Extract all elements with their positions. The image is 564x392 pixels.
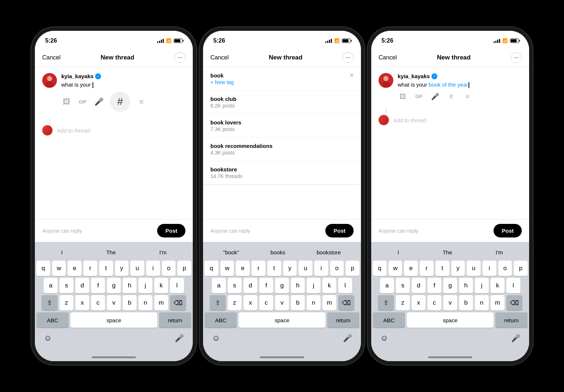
mic-icon[interactable]: 🎤 [94,97,104,107]
suggestion-1[interactable]: The [440,248,455,257]
key-h[interactable]: h [459,278,473,293]
key-h[interactable]: h [291,278,305,293]
key-v[interactable]: v [443,295,457,311]
key-g[interactable]: g [443,278,457,293]
key-l[interactable]: l [170,278,184,293]
key-s[interactable]: s [228,278,242,293]
key-abc[interactable]: ABC [205,312,237,328]
key-e[interactable]: e [236,261,250,276]
key-p[interactable]: p [346,261,359,276]
key-x[interactable]: x [412,295,426,311]
suggestion-2[interactable]: I'm [493,248,506,257]
hashtag-icon[interactable]: # [110,91,130,112]
key-s[interactable]: s [396,278,410,293]
menu-icon[interactable]: ≡ [136,97,147,107]
key-d[interactable]: d [412,278,426,293]
key-u[interactable]: u [299,261,312,276]
key-w[interactable]: w [52,261,66,276]
key-q[interactable]: q [36,261,50,276]
post-text[interactable]: what is your [61,81,185,88]
menu-icon[interactable]: ≡ [462,91,473,102]
more-button[interactable]: ··· [343,52,354,63]
key-p[interactable]: p [177,261,191,276]
cancel-button[interactable]: Cancel [210,54,229,61]
key-w[interactable]: w [220,261,234,276]
key-m[interactable]: m [491,295,505,311]
more-button[interactable]: ··· [511,52,522,63]
key-m[interactable]: m [322,295,336,311]
add-to-thread-label[interactable]: Add to thread [393,117,426,123]
key-p[interactable]: p [514,261,528,276]
key-a[interactable]: a [44,278,58,293]
keyboard-mic-icon[interactable]: 🎤 [508,332,523,344]
key-y[interactable]: y [283,261,297,276]
key-e[interactable]: e [404,261,418,276]
key-n[interactable]: n [475,295,489,311]
post-button[interactable]: Post [157,224,185,237]
key-o[interactable]: o [498,261,512,276]
key-b[interactable]: b [459,295,473,311]
key-k[interactable]: k [154,278,168,293]
key-backspace[interactable]: ⌫ [170,295,186,311]
key-i[interactable]: i [314,261,328,276]
dropdown-item-3[interactable]: book recommendations 4.3K posts [203,138,361,161]
key-f[interactable]: f [91,278,105,293]
key-space[interactable]: space [70,312,157,328]
key-v[interactable]: v [107,295,121,311]
emoji-icon[interactable]: ☺ [209,332,223,344]
emoji-icon[interactable]: ☺ [41,332,55,344]
add-to-thread-label[interactable]: Add to thread [57,127,90,134]
key-l[interactable]: l [506,278,520,293]
gif-icon[interactable]: GIF [414,91,424,102]
key-z[interactable]: z [59,295,73,311]
key-g[interactable]: g [275,278,289,293]
image-icon[interactable]: 🖼 [398,91,408,102]
key-return[interactable]: return [327,312,359,328]
key-shift[interactable]: ⇧ [210,295,226,311]
key-f[interactable]: f [259,278,273,293]
suggestion-2[interactable]: bookstore [314,248,344,257]
suggestion-0[interactable]: I [394,248,402,257]
key-z[interactable]: z [396,295,410,311]
key-o[interactable]: o [162,261,176,276]
key-v[interactable]: v [275,295,289,311]
key-j[interactable]: j [138,278,152,293]
suggestion-0[interactable]: "book" [220,248,242,257]
key-l[interactable]: l [338,278,352,293]
dropdown-item-1[interactable]: book club 8.2K posts [203,91,361,114]
key-c[interactable]: c [259,295,273,311]
key-abc[interactable]: ABC [373,312,405,328]
key-t[interactable]: t [99,261,113,276]
key-m[interactable]: m [154,295,168,311]
mic-icon[interactable]: 🎤 [430,91,440,102]
dropdown-close-button[interactable]: ✕ [348,72,355,79]
emoji-icon[interactable]: ☺ [377,332,391,344]
key-i[interactable]: i [482,261,496,276]
dropdown-item-4[interactable]: bookstore 14.7K threads [203,161,361,185]
key-y[interactable]: y [451,261,465,276]
key-f[interactable]: f [427,278,441,293]
key-s[interactable]: s [59,278,73,293]
key-u[interactable]: u [467,261,481,276]
key-backspace[interactable]: ⌫ [506,295,523,311]
key-b[interactable]: b [123,295,137,311]
cancel-button[interactable]: Cancel [42,54,61,61]
key-c[interactable]: c [427,295,441,311]
key-a[interactable]: a [212,278,226,293]
key-b[interactable]: b [291,295,305,311]
hashtag-icon[interactable]: # [446,91,456,102]
suggestion-0[interactable]: I [58,248,65,257]
key-t[interactable]: t [267,261,281,276]
dropdown-item-0[interactable]: book + New tag [203,67,361,91]
post-text[interactable]: what is your book of the year [398,81,522,88]
key-backspace[interactable]: ⌫ [338,295,354,311]
key-shift[interactable]: ⇧ [378,295,394,311]
gif-icon[interactable]: GIF [77,97,88,107]
key-space[interactable]: space [407,312,493,328]
more-button[interactable]: ··· [174,52,185,63]
image-icon[interactable]: 🖼 [61,97,72,107]
key-n[interactable]: n [138,295,152,311]
key-d[interactable]: d [243,278,257,293]
key-c[interactable]: c [91,295,105,311]
key-z[interactable]: z [228,295,242,311]
